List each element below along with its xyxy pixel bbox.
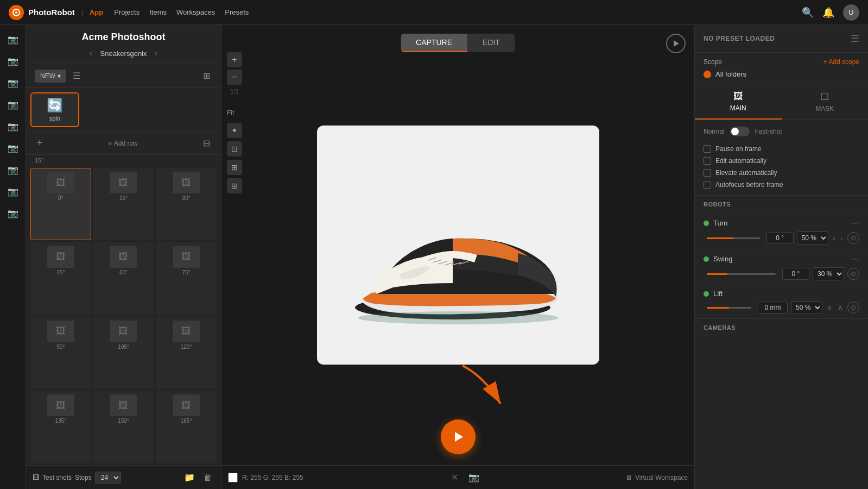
thumbnail-grid: 🖼 0° 🖼 15° 🖼 30° 🖼 45° 🖼 60° 🖼 75° bbox=[26, 166, 221, 465]
cb-elevate-box[interactable] bbox=[704, 169, 711, 177]
icon-bar-camera4[interactable]: 📷 bbox=[3, 95, 23, 114]
cb-elevate-label: Elevate automatically bbox=[715, 169, 777, 177]
swing-status-dot bbox=[704, 256, 709, 262]
tab-capture[interactable]: CAPTURE bbox=[401, 34, 467, 52]
search-icon[interactable]: 🔍 bbox=[802, 7, 814, 18]
thumb-cell-5[interactable]: 🖼 75° bbox=[156, 242, 217, 315]
thumb-cell-4[interactable]: 🖼 60° bbox=[93, 242, 154, 315]
thumb-img-5: 🖼 bbox=[173, 246, 200, 268]
thumb-img-4: 🖼 bbox=[110, 246, 137, 268]
toggle-knob bbox=[731, 128, 739, 135]
grid-view-button[interactable]: ⊞ bbox=[201, 68, 212, 83]
toggle-switch[interactable] bbox=[730, 127, 750, 136]
add-icon[interactable]: + bbox=[35, 135, 45, 151]
lift-value-input[interactable] bbox=[758, 302, 788, 314]
thumb-cell-7[interactable]: 🖼 105° bbox=[93, 317, 154, 389]
thumb-cell-1[interactable]: 🖼 15° bbox=[93, 168, 154, 240]
turn-value-input[interactable] bbox=[766, 232, 794, 244]
list-view-button[interactable]: ☰ bbox=[71, 68, 83, 83]
turn-target-icon[interactable]: ⊙ bbox=[847, 232, 859, 244]
zoom-label-1to1[interactable]: 1:1 bbox=[227, 87, 242, 96]
close-icon[interactable]: ✕ bbox=[447, 470, 462, 485]
thumb-cell-8[interactable]: 🖼 120° bbox=[156, 317, 217, 389]
thumb-cell-3[interactable]: 🖼 45° bbox=[30, 242, 91, 315]
light-tool[interactable]: ✦ bbox=[227, 123, 242, 138]
robot-swing-name: Swing bbox=[704, 255, 732, 263]
swing-more-icon[interactable]: ⋯ bbox=[851, 254, 859, 264]
delete-icon[interactable]: 🗑 bbox=[201, 471, 214, 485]
add-row-button[interactable]: ≡ Add row bbox=[108, 140, 138, 147]
shoe-image bbox=[344, 158, 572, 332]
thumb-cell-10[interactable]: 🖼 150° bbox=[93, 391, 154, 463]
lift-up-arrow[interactable]: ∧ bbox=[837, 302, 844, 313]
logo-text: PhotoRobot bbox=[28, 8, 75, 17]
filmstrip-tool[interactable]: ⊞ bbox=[227, 160, 242, 175]
swing-value-input[interactable] bbox=[782, 268, 809, 280]
thumb-cell-9[interactable]: 🖼 135° bbox=[30, 391, 91, 463]
camera-status-icon[interactable]: 📷 bbox=[466, 470, 481, 485]
thumb-cell-11[interactable]: 🖼 165° bbox=[156, 391, 217, 463]
lift-target-icon[interactable]: ⊙ bbox=[847, 302, 859, 314]
center-panel: CAPTURE EDIT + − 1:1 Fit ✦ ⊡ ⊞ ⊞ bbox=[221, 25, 694, 489]
avatar[interactable]: U bbox=[843, 4, 859, 21]
menu-projects[interactable]: Projects bbox=[114, 8, 140, 16]
swing-percent-select[interactable]: 30 % 50 % 70 % bbox=[813, 267, 844, 280]
scope-label: Scope bbox=[704, 58, 722, 66]
virtual-workspace-status[interactable]: 🖥 Virtual Workspace bbox=[625, 474, 688, 481]
folder-icon[interactable]: 📁 bbox=[182, 470, 197, 485]
lift-down-arrow[interactable]: ∨ bbox=[826, 302, 833, 313]
rp-menu-icon[interactable]: ☰ bbox=[851, 33, 859, 45]
tab-mask[interactable]: ☐ MASK bbox=[782, 84, 869, 120]
spin-item[interactable]: 🔄 spin bbox=[30, 92, 79, 127]
icon-bar-camera1[interactable]: 📷 bbox=[3, 29, 23, 49]
turn-percent-select[interactable]: 50 % 30 % 70 % bbox=[797, 231, 828, 244]
grid-tool[interactable]: ⊞ bbox=[227, 178, 242, 193]
swing-slider[interactable] bbox=[707, 273, 776, 275]
menu-presets[interactable]: Presets bbox=[225, 8, 249, 16]
cb-autofocus-box[interactable] bbox=[704, 181, 711, 189]
zoom-out-button[interactable]: − bbox=[227, 70, 242, 85]
new-button[interactable]: NEW ▾ bbox=[35, 70, 66, 83]
thumb-angle-3: 45° bbox=[56, 269, 65, 275]
thumb-cell-2[interactable]: 🖼 30° bbox=[156, 168, 217, 240]
icon-bar-camera9[interactable]: 📷 bbox=[3, 203, 23, 223]
swing-target-icon[interactable]: ⊙ bbox=[847, 268, 859, 280]
turn-more-icon[interactable]: ⋯ bbox=[851, 218, 859, 228]
add-scope-button[interactable]: + Add scope bbox=[823, 58, 859, 66]
icon-bar-camera8[interactable]: 📷 bbox=[3, 181, 23, 201]
icon-bar-camera2[interactable]: 📷 bbox=[3, 51, 23, 71]
zoom-in-button[interactable]: + bbox=[227, 52, 242, 67]
cb-edit-auto-box[interactable] bbox=[704, 157, 711, 165]
lift-status-dot bbox=[704, 291, 709, 297]
turn-next-arrow[interactable]: › bbox=[839, 233, 844, 243]
menu-items[interactable]: Items bbox=[149, 8, 167, 16]
prev-arrow[interactable]: ‹ bbox=[86, 47, 96, 59]
spin-label: spin bbox=[49, 115, 60, 122]
fit-label[interactable]: Fit bbox=[227, 109, 234, 117]
turn-prev-arrow[interactable]: ‹ bbox=[832, 233, 837, 243]
menu-workspaces[interactable]: Workspaces bbox=[176, 8, 215, 16]
next-arrow[interactable]: › bbox=[151, 47, 161, 59]
play-large-button[interactable] bbox=[441, 419, 476, 454]
notifications-icon[interactable]: 🔔 bbox=[822, 7, 834, 18]
tab-main[interactable]: 🖼 MAIN bbox=[695, 84, 782, 120]
lift-percent-select[interactable]: 50 % 30 % 70 % bbox=[791, 301, 822, 314]
row-options[interactable]: ⊟ bbox=[201, 136, 212, 151]
icon-bar-camera5[interactable]: 📷 bbox=[3, 116, 23, 136]
cb-pause-box[interactable] bbox=[704, 145, 711, 153]
thumb-cell-6[interactable]: 🖼 90° bbox=[30, 317, 91, 389]
turn-slider[interactable] bbox=[707, 237, 760, 239]
icon-bar-camera3[interactable]: 📷 bbox=[3, 73, 23, 92]
icon-bar-camera6[interactable]: 📷 bbox=[3, 138, 23, 158]
swing-label: Swing bbox=[713, 255, 732, 263]
top-menu: Projects Items Workspaces Presets bbox=[114, 8, 791, 16]
lift-slider[interactable] bbox=[707, 307, 751, 309]
stops-select[interactable]: 24 36 48 bbox=[95, 472, 121, 484]
crop-tool[interactable]: ⊡ bbox=[227, 141, 242, 156]
thumb-cell-0[interactable]: 🖼 0° bbox=[30, 168, 91, 240]
tab-edit[interactable]: EDIT bbox=[467, 34, 515, 52]
scope-all-folders[interactable]: All folders bbox=[704, 70, 859, 78]
play-top-button[interactable] bbox=[666, 34, 686, 53]
icon-bar-camera7[interactable]: 📷 bbox=[3, 160, 23, 179]
left-panel: Acme Photoshoot ‹ Sneakersgenix › NEW ▾ … bbox=[26, 25, 221, 489]
